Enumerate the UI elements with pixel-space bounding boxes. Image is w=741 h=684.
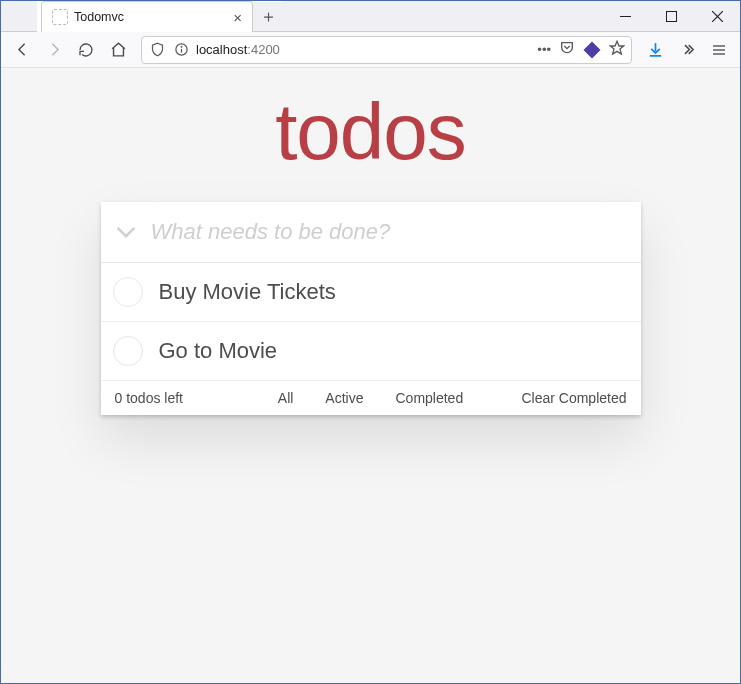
new-todo-input[interactable]	[151, 202, 641, 262]
url-port: :4200	[247, 42, 280, 57]
tab-strip-fill	[283, 1, 602, 32]
titlebar: Todomvc × ＋	[1, 1, 740, 32]
svg-rect-1	[666, 11, 676, 21]
todo-label[interactable]: Buy Movie Tickets	[159, 279, 336, 305]
app-title: todos	[275, 86, 466, 178]
extension-icon[interactable]	[583, 41, 601, 59]
url-text: localhost:4200	[196, 42, 531, 57]
reader-pocket-icon[interactable]	[559, 40, 575, 59]
todo-checkbox[interactable]	[113, 277, 143, 307]
site-info-icon[interactable]	[172, 42, 190, 57]
tracking-shield-icon[interactable]	[148, 42, 166, 57]
more-actions-icon[interactable]: •••	[537, 42, 551, 57]
close-tab-icon[interactable]: ×	[233, 9, 242, 26]
filter-completed[interactable]: Completed	[389, 388, 469, 408]
svg-marker-7	[610, 41, 623, 54]
page-viewport: todos Buy Movie Tickets Go to Movie	[1, 68, 740, 683]
bookmark-star-icon[interactable]	[609, 40, 625, 59]
svg-point-6	[181, 46, 182, 47]
new-tab-button[interactable]: ＋	[253, 2, 283, 32]
todo-label[interactable]: Go to Movie	[159, 338, 278, 364]
todoapp-container: todos Buy Movie Tickets Go to Movie	[1, 68, 740, 415]
reload-button[interactable]	[71, 35, 101, 65]
url-host: localhost	[196, 42, 247, 57]
todo-list: Buy Movie Tickets Go to Movie	[101, 263, 641, 381]
tab-strip-leading	[1, 1, 37, 32]
todo-item: Buy Movie Tickets	[101, 263, 641, 322]
filter-active[interactable]: Active	[319, 388, 369, 408]
nav-toolbar: localhost:4200 •••	[1, 32, 740, 68]
browser-tab[interactable]: Todomvc ×	[41, 1, 253, 32]
browser-window: Todomvc × ＋	[0, 0, 741, 684]
toggle-all-button[interactable]	[101, 202, 151, 262]
favicon-placeholder-icon	[52, 9, 68, 25]
tab-title: Todomvc	[74, 10, 124, 24]
filter-all[interactable]: All	[272, 388, 300, 408]
forward-button[interactable]	[39, 35, 69, 65]
overflow-button[interactable]	[672, 35, 702, 65]
todo-item: Go to Movie	[101, 322, 641, 381]
maximize-button[interactable]	[648, 1, 694, 31]
urlbar-actions: •••	[537, 40, 625, 59]
todo-footer: 0 todos left All Active Completed Clear …	[101, 381, 641, 415]
downloads-button[interactable]	[640, 35, 670, 65]
window-controls	[602, 1, 740, 32]
new-todo-row	[101, 202, 641, 263]
home-button[interactable]	[103, 35, 133, 65]
address-bar[interactable]: localhost:4200 •••	[141, 36, 632, 64]
tab-strip: Todomvc ×	[37, 1, 253, 32]
minimize-button[interactable]	[602, 1, 648, 31]
back-button[interactable]	[7, 35, 37, 65]
close-window-button[interactable]	[694, 1, 740, 31]
app-menu-button[interactable]	[704, 35, 734, 65]
todo-checkbox[interactable]	[113, 336, 143, 366]
filter-group: All Active Completed	[101, 388, 641, 408]
todoapp: Buy Movie Tickets Go to Movie 0 todos le…	[101, 202, 641, 415]
